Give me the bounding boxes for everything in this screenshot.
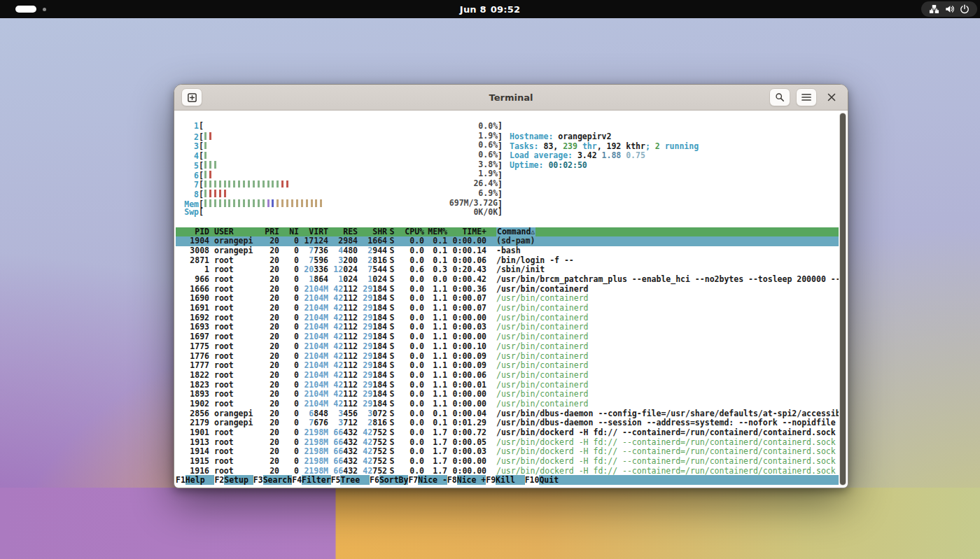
network-icon[interactable] (929, 4, 939, 14)
process-row[interactable]: 2179orangepi200767637122816S0.00.10:01.2… (176, 418, 839, 428)
col-ni[interactable]: NI (279, 227, 299, 237)
cell-cpu: 0.0 (397, 381, 424, 390)
cell-virt: 2198M (299, 447, 328, 457)
fn-label-f7[interactable]: Nice - (418, 475, 447, 486)
close-button[interactable] (822, 88, 841, 106)
meter-5: 5[3.8%] (176, 160, 503, 170)
cell-pri: 20 (260, 304, 279, 313)
cell-s: S (387, 428, 397, 438)
cell-command: /sbin/init (486, 265, 839, 275)
cell-s: S (387, 294, 397, 304)
col-mem[interactable]: MEM% (424, 227, 447, 237)
process-row[interactable]: 1666root2002104M4211229184S0.01.10:00.36… (176, 285, 839, 295)
process-row[interactable]: 1777root2002104M4211229184S0.01.10:00.09… (176, 361, 839, 371)
cell-pri: 20 (260, 294, 279, 304)
fn-key-f3[interactable]: F3 (253, 475, 263, 486)
fn-label-f9[interactable]: Kill (496, 475, 525, 486)
cell-s: S (387, 399, 397, 409)
col-pri[interactable]: PRI (260, 227, 279, 237)
system-tray[interactable] (921, 1, 977, 17)
table-header[interactable]: PID USER PRI NI VIRT RES SHR S CPU% MEM%… (176, 227, 839, 237)
process-row[interactable]: 1904orangepi2001712429841664S0.00.10:00.… (176, 236, 839, 246)
fn-key-f9[interactable]: F9 (486, 475, 496, 486)
fn-label-f1[interactable]: Help (186, 475, 215, 486)
cell-time: 0:00.36 (447, 285, 486, 295)
process-row[interactable]: 1915root2002198M6643242752S0.01.70:00.00… (176, 457, 839, 467)
cell-shr: 2816 (358, 256, 387, 266)
fn-label-f6[interactable]: SortBy (379, 475, 409, 486)
fn-key-f8[interactable]: F8 (447, 475, 457, 486)
col-cpu[interactable]: CPU% (397, 227, 424, 237)
menu-button[interactable] (796, 88, 817, 106)
terminal-content[interactable]: 1[0.0%]2[1.9%]3[0.6%]4[0.6%]5[3.8%]6[1.9… (175, 111, 847, 487)
cell-command: /usr/bin/containerd (486, 390, 839, 399)
process-row[interactable]: 2856orangepi200684834563072S0.00.10:00.0… (176, 409, 839, 419)
scrollbar-thumb[interactable] (840, 113, 846, 485)
cell-time: 0:00.03 (447, 447, 486, 457)
cell-user: orangepi (209, 418, 260, 428)
process-row[interactable]: 1913root2002198M6643242752S0.01.70:00.05… (176, 438, 839, 448)
cell-command: /usr/bin/containerd (486, 352, 839, 362)
process-row[interactable]: 3008orangepi200773644802944S0.00.10:00.1… (176, 246, 839, 256)
cell-pid: 1914 (176, 447, 209, 457)
cell-user: root (209, 332, 260, 342)
cell-ni: 0 (279, 457, 299, 467)
process-row[interactable]: 1901root2002198M6643242752S0.01.70:00.72… (176, 428, 839, 438)
fn-key-f2[interactable]: F2 (214, 475, 224, 486)
scrollbar[interactable] (839, 113, 846, 486)
col-command[interactable]: Command△ (486, 227, 839, 237)
fn-key-f5[interactable]: F5 (331, 475, 341, 486)
process-row[interactable]: 1776root2002104M4211229184S0.01.10:00.09… (176, 352, 839, 362)
search-button[interactable] (769, 88, 790, 106)
fn-label-f8[interactable]: Nice + (457, 475, 486, 486)
process-row[interactable]: 1822root2002104M4211229184S0.01.10:00.06… (176, 371, 839, 381)
cell-pid: 1697 (176, 332, 209, 342)
cell-command: /usr/bin/containerd (486, 361, 839, 371)
cell-virt: 20336 (299, 265, 328, 275)
process-row[interactable]: 1893root2002104M4211229184S0.01.10:00.00… (176, 390, 839, 399)
cell-ni: 0 (279, 323, 299, 332)
fn-key-f7[interactable]: F7 (408, 475, 418, 486)
fn-key-f6[interactable]: F6 (370, 475, 379, 486)
col-pid[interactable]: PID (176, 227, 209, 237)
process-row[interactable]: 1root20020336120247544S0.60.30:20.43/sbi… (176, 265, 839, 275)
cell-user: root (209, 447, 260, 457)
system-info-panel: Hostname: orangepirv2Tasks: 83, 239 thr,… (510, 132, 699, 171)
process-row[interactable]: 1775root2002104M4211229184S0.01.10:00.10… (176, 342, 839, 352)
process-row[interactable]: 1902root2002104M4211229184S0.01.10:00.00… (176, 399, 839, 409)
col-shr[interactable]: SHR (358, 227, 387, 237)
process-row[interactable]: 1692root2002104M4211229184S0.01.10:00.00… (176, 313, 839, 323)
power-icon[interactable] (960, 4, 969, 14)
cell-command: /usr/bin/containerd (486, 285, 839, 295)
col-virt[interactable]: VIRT (299, 227, 328, 237)
process-row[interactable]: 1914root2002198M6643242752S0.01.70:00.03… (176, 447, 839, 457)
process-row[interactable]: 1693root2002104M4211229184S0.01.10:00.03… (176, 323, 839, 332)
process-row[interactable]: 966root200186410241024S0.00.00:00.42/usr… (176, 275, 839, 285)
col-user[interactable]: USER (209, 227, 260, 237)
cell-pid: 1690 (176, 294, 209, 304)
fn-label-f3[interactable]: Search (263, 475, 293, 486)
cell-ni: 0 (279, 275, 299, 285)
cell-s: S (387, 265, 397, 275)
process-row[interactable]: 1690root2002104M4211229184S0.01.10:00.07… (176, 294, 839, 304)
volume-icon[interactable] (944, 4, 955, 14)
fn-label-f5[interactable]: Tree (340, 475, 370, 486)
fn-label-f4[interactable]: Filter (302, 475, 331, 486)
process-row[interactable]: 1691root2002104M4211229184S0.01.10:00.07… (176, 304, 839, 313)
col-time[interactable]: TIME+ (447, 227, 486, 237)
fn-key-f1[interactable]: F1 (176, 475, 186, 486)
fn-key-f10[interactable]: F10 (525, 475, 540, 486)
process-row[interactable]: 1697root2002104M4211229184S0.01.10:00.00… (176, 332, 839, 342)
fn-key-f4[interactable]: F4 (292, 475, 302, 486)
cell-pid: 1913 (176, 438, 209, 448)
col-res[interactable]: RES (328, 227, 358, 237)
titlebar[interactable]: Terminal (174, 85, 848, 111)
cell-virt: 7736 (299, 246, 328, 256)
col-s[interactable]: S (387, 227, 397, 237)
fn-label-f10[interactable]: Quit (539, 475, 559, 486)
fn-label-f2[interactable]: Setup (224, 475, 253, 486)
clock[interactable]: Jun 809:52 (0, 4, 980, 15)
process-row[interactable]: 2871root200759632002816S0.00.10:00.06/bi… (176, 256, 839, 266)
cell-shr: 29184 (358, 371, 387, 381)
process-row[interactable]: 1823root2002104M4211229184S0.01.10:00.01… (176, 381, 839, 390)
